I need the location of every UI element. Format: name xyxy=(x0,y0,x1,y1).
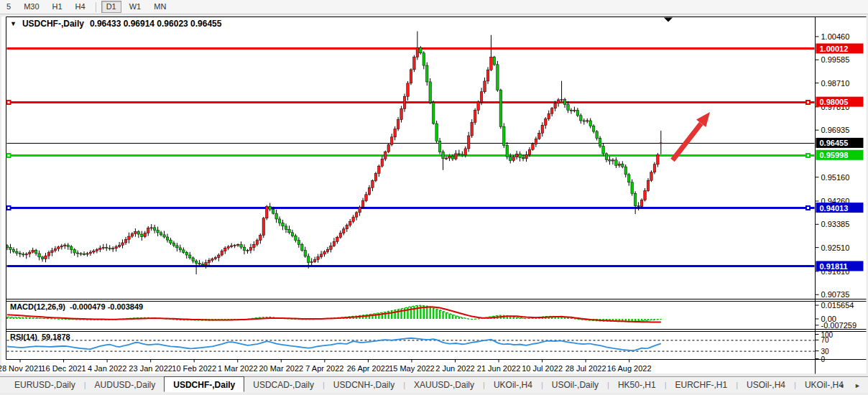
rsi-tick-label: 70 xyxy=(821,336,830,344)
date-label: 28 Jul 2022 xyxy=(565,364,606,373)
chart-tab-USDCAD-Daily[interactable]: USDCAD-,Daily xyxy=(244,378,323,391)
timeframe-button-5[interactable]: 5 xyxy=(1,1,16,13)
rsi-name: RSI(14) xyxy=(10,333,37,341)
rsi-tick-label: 0 xyxy=(821,356,826,363)
hline-handle-center xyxy=(807,154,809,157)
date-label: 16 Dec 2021 xyxy=(41,364,86,373)
date-label: 10 Feb 2022 xyxy=(172,364,216,373)
date-label: 2 Jun 2022 xyxy=(435,364,474,373)
chart-tab-USDCHF-Daily[interactable]: USDCHF-,Daily xyxy=(164,376,244,392)
price-tick-label: 0.92510 xyxy=(821,243,850,252)
collapse-arrow-icon[interactable]: ▼ xyxy=(10,20,17,27)
price-tick-label: 0.90735 xyxy=(821,290,850,299)
trading-terminal-window: 1.004600.995850.987100.978100.969350.951… xyxy=(0,0,868,395)
chart-tab-EURUSD-Daily[interactable]: EURUSD-,Daily xyxy=(6,378,84,391)
macd-values: -0.000479 -0.003849 xyxy=(70,302,143,311)
chart-canvas: 1.004600.995850.987100.978100.969350.951… xyxy=(0,0,868,395)
timeframe-button-D1[interactable]: D1 xyxy=(101,1,121,13)
price-badge-text: 0.91811 xyxy=(820,262,848,271)
hline-handle-center xyxy=(8,101,10,103)
chart-tab-UKOil-H4[interactable]: UKOil-,H4 xyxy=(485,378,541,391)
price-tick-label: 0.99585 xyxy=(821,55,850,64)
hline-handle-center xyxy=(8,207,10,209)
rsi-tick-label: 30 xyxy=(821,348,830,356)
chart-tab-EURCHF-H1[interactable]: EURCHF-,H1 xyxy=(667,378,737,391)
price-badge-text: 0.95998 xyxy=(820,151,849,159)
chart-tab-XAUUSD-Daily[interactable]: XAUUSD-,Daily xyxy=(405,378,483,391)
date-label: 1 Mar 2022 xyxy=(218,364,258,373)
chart-tab-USDCNH-Daily[interactable]: USDCNH-,Daily xyxy=(325,378,403,391)
price-tick-label: 0.93385 xyxy=(821,220,850,228)
price-badge-text: 1.00012 xyxy=(820,45,849,53)
date-label: 16 Aug 2022 xyxy=(607,364,652,373)
tab-scroll-left-button[interactable]: ◄ xyxy=(838,382,844,389)
price-tick-label: 1.00460 xyxy=(821,32,850,41)
price-tick-label: 0.98710 xyxy=(821,79,850,88)
date-label: 28 Nov 2021 xyxy=(0,364,42,373)
macd-tick-label: 0.015654 xyxy=(821,301,854,310)
price-badge-text: 0.96455 xyxy=(820,139,849,147)
timeframe-toolbar: 5M30H1H4D1W1MN xyxy=(0,0,868,14)
timeframe-button-M30[interactable]: M30 xyxy=(19,1,44,13)
date-label: 7 Apr 2022 xyxy=(305,364,343,373)
chart-tab-USOil-Daily[interactable]: USOil-,Daily xyxy=(543,378,607,391)
date-label: 26 Apr 2022 xyxy=(347,364,389,373)
timeframe-button-MN[interactable]: MN xyxy=(149,1,171,13)
macd-pane-label: MACD(12,26,9) -0.000479 -0.003849 xyxy=(10,302,143,311)
date-label: 23 Jan 2022 xyxy=(129,364,172,373)
rsi-pane-label: RSI(14) 59.1878 xyxy=(10,333,70,341)
macd-tick-label: -0.007259 xyxy=(821,321,857,330)
timeframe-button-H4[interactable]: H4 xyxy=(70,1,91,13)
chart-background xyxy=(1,17,867,373)
symbol-label: USDCHF-,Daily xyxy=(22,19,84,29)
hline-handle-center xyxy=(8,154,10,157)
chart-tab-USOil-H4[interactable]: USOil-,H4 xyxy=(738,378,794,391)
date-label: 15 May 2022 xyxy=(389,364,435,373)
price-badge-text: 0.94013 xyxy=(820,204,849,213)
price-tick-label: 0.95160 xyxy=(821,173,850,182)
date-label: 20 Mar 2022 xyxy=(259,364,303,373)
price-badge-text: 0.98005 xyxy=(820,98,849,106)
tab-scroll-right-button[interactable]: ► xyxy=(854,382,861,389)
macd-name: MACD(12,26,9) xyxy=(10,302,65,311)
chart-tab-AUDUSD-Daily[interactable]: AUDUSD-,Daily xyxy=(86,378,165,391)
date-label: 10 Jul 2022 xyxy=(522,364,563,373)
price-tick-label: 0.96935 xyxy=(821,126,850,134)
timeframe-button-H1[interactable]: H1 xyxy=(47,1,68,13)
date-label: 21 Jun 2022 xyxy=(477,364,521,373)
chart-tab-HK50-H1[interactable]: HK50-,H1 xyxy=(609,378,665,391)
chart-tabs-bar: EURUSD-,Daily|AUDUSD-,DailyUSDCHF-,Daily… xyxy=(0,376,868,393)
toolbar-separator xyxy=(96,2,96,12)
rsi-value: 59.1878 xyxy=(42,333,70,341)
date-label: 4 Jan 2022 xyxy=(88,364,126,373)
tab-scroll-buttons: ◄► xyxy=(838,377,861,394)
chart-title: ▼ USDCHF-,Daily 0.96433 0.96914 0.96023 … xyxy=(10,19,221,29)
hline-handle-center xyxy=(807,101,809,103)
ohlc-values: 0.96433 0.96914 0.96023 0.96455 xyxy=(90,19,222,29)
hline-handle-center xyxy=(807,207,809,209)
timeframe-button-W1[interactable]: W1 xyxy=(124,1,147,13)
